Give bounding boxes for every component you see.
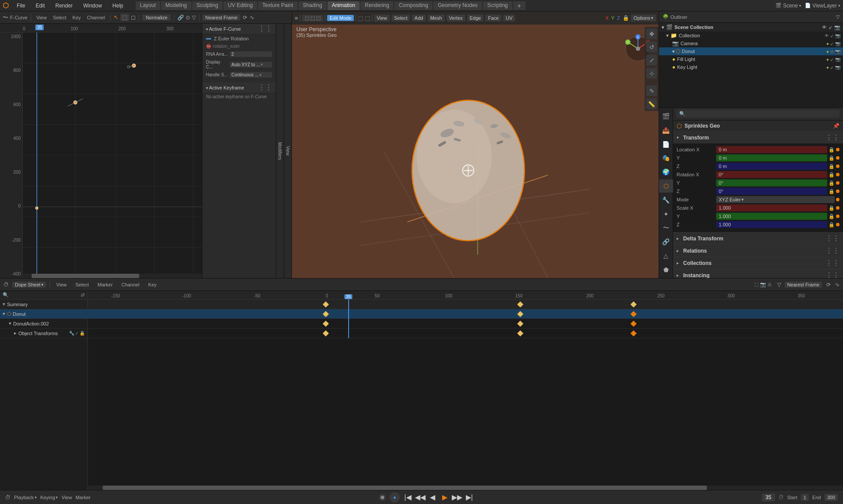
- fcurve-key-menu[interactable]: Key: [70, 14, 83, 21]
- dope-timeline-area[interactable]: -150 -100 -50 0 35 50 100 150 200 250 30…: [88, 291, 843, 490]
- transform-icon-1[interactable]: 🔧: [69, 331, 74, 336]
- outliner-fill-light[interactable]: ● Fill Light ● ↙ 📷: [659, 55, 843, 63]
- ws-layout[interactable]: Layout: [136, 1, 160, 10]
- active-keyframe-header[interactable]: Active Keyframe ⋮⋮: [202, 82, 276, 93]
- props-view-layer-icon[interactable]: 📄: [659, 138, 673, 151]
- playback-marker-label[interactable]: Marker: [76, 495, 90, 500]
- fcurve-graph[interactable]: [23, 32, 202, 278]
- props-material-icon[interactable]: ⬟: [659, 263, 673, 276]
- transform-icon-3[interactable]: 🔒: [79, 331, 85, 336]
- instancing-dots[interactable]: ⋮⋮: [825, 271, 839, 278]
- location-y-value[interactable]: 0 m: [716, 154, 827, 161]
- key-render[interactable]: 📷: [835, 65, 840, 70]
- modifiers-sidebar[interactable]: Modifiers: [276, 24, 284, 278]
- summary-kf-2[interactable]: [517, 301, 523, 307]
- rna-array-value[interactable]: 2: [230, 51, 272, 57]
- outliner-donut[interactable]: ▾ ⬡ Donut ● ⊙ 📷: [659, 47, 843, 55]
- dope-select-menu[interactable]: Select: [73, 282, 92, 288]
- vp-global-icon[interactable]: ⬚ ⬚ ⬚: [302, 15, 323, 21]
- pb-jump-start[interactable]: |◀: [403, 493, 412, 502]
- camera-select[interactable]: ↙: [830, 41, 834, 46]
- fill-select[interactable]: ↙: [830, 57, 834, 62]
- outliner-camera[interactable]: 📷 Camera ● ↙ 📷: [659, 39, 843, 47]
- vp-edge-menu[interactable]: Edge: [467, 14, 484, 21]
- collections-dots[interactable]: ⋮⋮: [825, 259, 839, 267]
- fcurve-view-menu[interactable]: View: [34, 14, 49, 21]
- dope-filter-icons[interactable]: ⬚ 📷 ⚠: [754, 282, 772, 287]
- scale-z-value[interactable]: 1.000: [716, 221, 827, 228]
- ws-animation[interactable]: Animation: [328, 1, 360, 10]
- fcurve-channel-menu[interactable]: Channel: [85, 14, 107, 21]
- menu-help[interactable]: Help: [110, 2, 126, 10]
- pin-icon[interactable]: 📌: [833, 123, 839, 129]
- donut-restrict[interactable]: ⊙: [830, 49, 834, 54]
- view-tab-sidebar[interactable]: View: [284, 24, 292, 278]
- fcurve-sync-icon[interactable]: ⟳: [243, 14, 247, 21]
- delta-dots[interactable]: ⋮⋮: [825, 234, 839, 243]
- ws-rendering[interactable]: Rendering: [360, 1, 393, 10]
- vp-edit-mode-dropdown[interactable]: Edit Mode: [327, 15, 354, 21]
- pb-record-dot[interactable]: [379, 494, 386, 501]
- props-constraints-icon[interactable]: 🔗: [659, 235, 673, 248]
- z-euler-curve-item[interactable]: Z Euler Rotation: [202, 35, 276, 43]
- view-layer-dropdown[interactable]: 📄 ViewLayer ▾: [805, 3, 840, 9]
- keying-label[interactable]: Keying ▾: [40, 495, 58, 500]
- ws-shading[interactable]: Shading: [299, 1, 327, 10]
- collection-select[interactable]: ↙: [830, 33, 834, 38]
- vp-add-menu[interactable]: Add: [412, 14, 426, 21]
- fcurve-section-dots[interactable]: ⋮⋮: [258, 25, 272, 32]
- pb-play[interactable]: ▶: [440, 493, 449, 502]
- props-render-icon[interactable]: 🎬: [659, 110, 673, 123]
- playback-view-label[interactable]: View: [61, 495, 72, 500]
- dope-hscrollbar[interactable]: [88, 486, 843, 490]
- relations-header[interactable]: ▸ Relations ⋮⋮: [673, 245, 843, 257]
- instancing-header[interactable]: ▸ Instancing ⋮⋮: [673, 269, 843, 278]
- dope-view-menu[interactable]: View: [54, 282, 69, 288]
- location-z-value[interactable]: 0 m: [716, 163, 827, 170]
- scale-y-value[interactable]: 1.000: [716, 213, 827, 220]
- pb-prev-keyframe[interactable]: ◀◀: [416, 493, 425, 502]
- ws-modeling[interactable]: Modeling: [161, 1, 191, 10]
- props-data-icon[interactable]: △: [659, 249, 673, 262]
- transform-icon-2[interactable]: ✓: [75, 331, 79, 336]
- sc-render[interactable]: 📷: [834, 25, 840, 30]
- pb-next-frame[interactable]: ▶▶: [453, 493, 461, 502]
- dope-key-menu[interactable]: Key: [146, 282, 159, 288]
- props-physics-icon[interactable]: 〜: [659, 222, 673, 235]
- keyframe-section-dots[interactable]: ⋮⋮: [258, 84, 272, 91]
- props-output-icon[interactable]: 📤: [659, 124, 673, 137]
- scale-y-lock[interactable]: 🔒: [829, 214, 835, 219]
- props-modifier-icon[interactable]: 🔧: [659, 193, 673, 207]
- normalize-btn[interactable]: Normalize: [142, 14, 171, 21]
- menu-edit[interactable]: Edit: [33, 2, 47, 10]
- scale-x-lock[interactable]: 🔒: [829, 205, 835, 211]
- props-world-icon[interactable]: 🌍: [659, 165, 673, 179]
- rotation-y-lock[interactable]: 🔒: [829, 180, 835, 186]
- end-frame-value[interactable]: 300: [825, 494, 838, 501]
- donut-kf-2[interactable]: [517, 311, 523, 317]
- vp-icon-move[interactable]: ✥: [646, 29, 657, 39]
- fcurve-lasso-tool[interactable]: ◻: [131, 14, 136, 21]
- vp-icon-transform[interactable]: ⊹: [646, 68, 657, 79]
- vp-vertex-menu[interactable]: Vertex: [447, 14, 465, 21]
- fill-eye[interactable]: ●: [826, 57, 829, 62]
- action-kf-3[interactable]: [630, 321, 637, 327]
- sc-eye[interactable]: 👁: [822, 25, 827, 30]
- pb-jump-end[interactable]: ▶|: [465, 493, 474, 502]
- sc-select[interactable]: ↙: [829, 25, 832, 30]
- display-color-value[interactable]: Auto XYZ to ... ▾: [230, 62, 272, 68]
- action-kf-1[interactable]: [323, 321, 329, 327]
- fcurve-select-tool[interactable]: ⬚: [120, 14, 129, 21]
- menu-window[interactable]: Window: [80, 2, 104, 10]
- rotation-z-value[interactable]: 0°: [716, 188, 827, 195]
- collection-render[interactable]: 📷: [835, 33, 840, 38]
- camera-eye[interactable]: ●: [826, 41, 829, 46]
- ws-plus[interactable]: +: [513, 1, 526, 10]
- vp-view-menu[interactable]: View: [374, 14, 390, 21]
- rotation-x-lock[interactable]: 🔒: [829, 172, 835, 178]
- ws-compositing[interactable]: Compositing: [394, 1, 432, 10]
- donut-kf-1[interactable]: [323, 311, 329, 317]
- vp-icon-measure[interactable]: 📏: [646, 99, 657, 109]
- dope-track-action[interactable]: ▾ DonutAction.002: [0, 319, 87, 329]
- transform-header[interactable]: ▾ Transform ⋮⋮: [673, 132, 843, 143]
